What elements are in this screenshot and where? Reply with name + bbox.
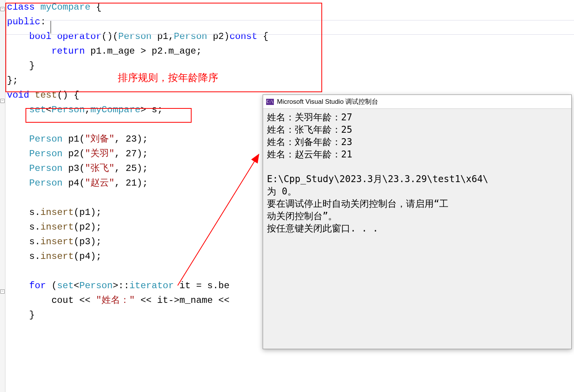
code-token: ( <box>79 163 85 174</box>
code-token: operator <box>57 31 102 42</box>
code-token <box>7 31 29 42</box>
console-window[interactable]: C:\ Microsoft Visual Studio 调试控制台 姓名：关羽年… <box>263 95 572 349</box>
code-token <box>63 134 68 144</box>
code-token: class <box>7 2 40 12</box>
code-token: insert <box>40 207 73 218</box>
code-token: it = s.be <box>174 280 229 291</box>
annotation-text: 排序规则，按年龄降序 <box>118 71 218 84</box>
code-token: for <box>29 280 52 291</box>
code-token: cout << <box>7 295 96 306</box>
code-token <box>7 149 29 159</box>
code-token <box>7 163 29 174</box>
code-token: , 27); <box>114 149 148 159</box>
code-token: myCompare <box>40 2 90 12</box>
code-token: { <box>263 31 268 42</box>
code-token: p1 <box>68 134 79 144</box>
console-title: Microsoft Visual Studio 调试控制台 <box>277 97 378 106</box>
code-token: Person <box>174 31 207 42</box>
code-token: (p4); <box>74 251 102 262</box>
code-token: () { <box>57 90 80 100</box>
code-token <box>7 134 29 144</box>
code-token: myCompare <box>90 105 141 115</box>
code-token: < <box>74 280 79 291</box>
code-token: Person <box>29 163 63 174</box>
code-token: p1, <box>151 31 174 42</box>
code-token: >:: <box>113 280 129 291</box>
code-token: ( <box>51 280 57 291</box>
code-token: << it->m_name << <box>135 295 229 306</box>
code-token: p2) <box>207 31 230 42</box>
code-token: "赵云" <box>85 178 115 188</box>
code-token: > s; <box>141 105 163 115</box>
code-gutter <box>0 0 5 392</box>
console-icon: C:\ <box>266 99 274 105</box>
code-line[interactable]: bool operator()(Person p1,Person p2)cons… <box>7 29 574 44</box>
code-token: bool <box>29 31 57 42</box>
code-token: p1.m_age > p2.m_age; <box>90 46 202 56</box>
code-token: s. <box>7 237 40 247</box>
code-token: insert <box>40 251 73 262</box>
code-token: "张飞" <box>85 163 115 174</box>
code-token: } <box>7 310 35 320</box>
code-token: set <box>29 105 46 115</box>
code-token: insert <box>40 222 73 232</box>
code-token: , <box>85 105 90 115</box>
code-token: , 25); <box>114 163 148 174</box>
code-token: (p3); <box>74 237 102 247</box>
code-token: : <box>40 17 46 27</box>
code-token: s. <box>7 251 40 262</box>
fold-marker-icon[interactable]: − <box>0 99 5 103</box>
code-token <box>7 105 29 115</box>
fold-marker-icon[interactable]: − <box>0 289 5 294</box>
code-token: , 21); <box>114 178 148 188</box>
code-token <box>7 178 29 188</box>
code-token: (p2); <box>74 222 102 232</box>
text-cursor <box>51 21 51 34</box>
code-token: ( <box>79 134 85 144</box>
code-token: }; <box>7 75 18 86</box>
code-token: p2 <box>68 149 79 159</box>
code-token: Person <box>51 105 85 115</box>
code-token: ( <box>79 178 85 188</box>
code-token: p4 <box>68 178 79 188</box>
code-token: iterator <box>129 280 174 291</box>
code-token: public <box>7 17 40 27</box>
code-token: Person <box>29 134 63 144</box>
code-token <box>63 178 68 188</box>
code-token: < <box>46 105 51 115</box>
code-token: s. <box>7 222 40 232</box>
code-token: test <box>35 90 57 100</box>
code-token: Person <box>79 280 112 291</box>
code-line[interactable]: public: <box>7 15 574 29</box>
code-token: p3 <box>68 163 79 174</box>
code-token: set <box>57 280 74 291</box>
code-line[interactable]: }; <box>7 73 574 88</box>
code-token: "关羽" <box>85 149 115 159</box>
code-token: Person <box>118 31 151 42</box>
code-line[interactable]: class myCompare { <box>7 0 574 15</box>
code-token <box>7 46 51 56</box>
console-output[interactable]: 姓名：关羽年龄：27 姓名：张飞年龄：25 姓名：刘备年龄：23 姓名：赵云年龄… <box>263 109 571 237</box>
code-token: void <box>7 90 35 100</box>
code-token: Person <box>29 178 63 188</box>
code-token: { <box>90 2 102 12</box>
code-token: insert <box>40 237 73 247</box>
fold-marker-icon[interactable]: − <box>0 7 5 11</box>
code-token: } <box>7 61 35 71</box>
code-token: ()( <box>102 31 118 42</box>
code-token: s. <box>7 207 40 218</box>
code-token: "姓名：" <box>96 295 135 306</box>
code-token: const <box>229 31 263 42</box>
code-token <box>63 149 68 159</box>
code-token <box>7 280 29 291</box>
code-token: "刘备" <box>85 134 115 144</box>
code-token: (p1); <box>74 207 102 218</box>
code-line[interactable]: } <box>7 59 574 73</box>
code-token: Person <box>29 149 63 159</box>
code-token: return <box>51 46 90 56</box>
console-titlebar[interactable]: C:\ Microsoft Visual Studio 调试控制台 <box>263 95 571 109</box>
code-token <box>63 163 68 174</box>
code-token: , 23); <box>114 134 148 144</box>
code-line[interactable]: return p1.m_age > p2.m_age; <box>7 44 574 59</box>
code-token: ( <box>79 149 85 159</box>
